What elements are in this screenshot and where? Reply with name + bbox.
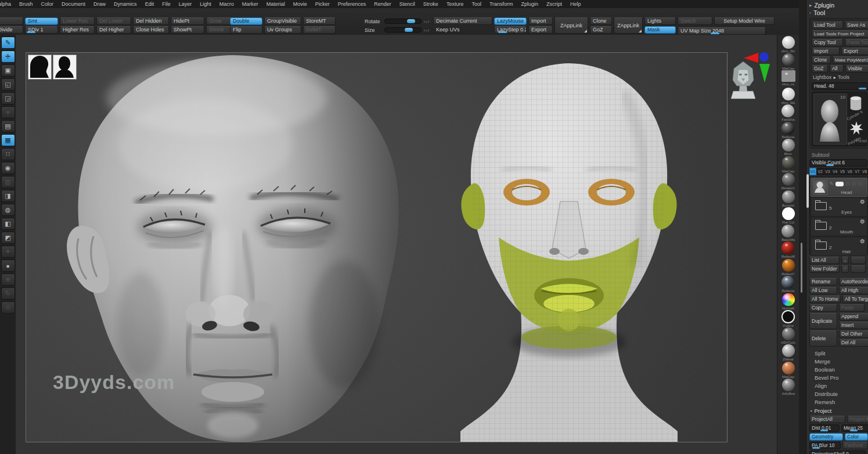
visibility-tab[interactable]: V6 (847, 168, 853, 175)
project-section-header[interactable]: ▪ Project (809, 407, 868, 415)
higher-res-button[interactable]: Higher Res (60, 26, 95, 34)
menu-item[interactable]: Edit (141, 1, 159, 7)
color-toggle-button[interactable]: Color (845, 433, 868, 441)
insert-button[interactable]: Insert (839, 322, 868, 329)
del-all-button[interactable]: Del All (839, 339, 868, 347)
zplugin-palette-header[interactable]: ▸ Zplugin (809, 1, 868, 9)
material-swatch[interactable]: NormalI (782, 293, 795, 311)
tool-name-slider[interactable]: Head. 48 (812, 82, 868, 90)
menu-item[interactable]: File (158, 1, 175, 7)
menu-item[interactable]: Light (196, 1, 215, 7)
rotate-axis-toggles[interactable]: xyz (424, 20, 430, 23)
geometry-toggle-button[interactable]: Geometry (809, 433, 843, 441)
visible-count-slider[interactable]: Visible Count 6 (809, 159, 867, 167)
goz-button[interactable]: GoZ (590, 26, 612, 34)
flip-button[interactable]: Flip (230, 26, 262, 34)
texture-thumbnail-profile[interactable] (28, 55, 52, 80)
export-button[interactable]: Export (528, 26, 553, 34)
load-tools-from-project-button[interactable]: Load Tools From Project (812, 30, 868, 38)
del-lower-button[interactable]: Del Lower (96, 17, 131, 25)
size-slider[interactable] (384, 27, 422, 33)
current-tool-thumbnail[interactable]: 10 Head (813, 93, 847, 145)
transpose-icon[interactable]: ⊕ (1, 273, 15, 286)
grid-icon[interactable]: ▤ (1, 120, 15, 132)
polymesh-star-thumbnail[interactable] (848, 120, 865, 139)
zoom-doc-icon[interactable]: ◲ (1, 92, 15, 105)
visibility-tab[interactable]: V5 (839, 168, 846, 175)
visible-button[interactable]: Visible (845, 65, 868, 73)
lower-res-button[interactable]: Lower Res (60, 17, 95, 25)
pen-icon[interactable]: ✎ (830, 181, 834, 186)
decimate-current-button[interactable]: Decimate Current (433, 17, 492, 25)
visibility-tab[interactable]: V8 (861, 168, 868, 175)
load-tool-button[interactable]: Load Tool (812, 21, 843, 29)
mask-toggle[interactable] (852, 182, 856, 186)
redo-folder-button[interactable]: ↱ (841, 265, 849, 273)
material-swatch[interactable]: HSVColo (781, 327, 795, 345)
double-button[interactable]: Double (230, 17, 262, 25)
uv-map-size-slider[interactable]: UV Map Size 2048 (678, 27, 766, 35)
farthest-button[interactable]: Farthest (842, 442, 868, 449)
clone-tool-button[interactable]: Clone (812, 56, 831, 64)
mask-button[interactable]: Mask (644, 26, 676, 34)
menu-item[interactable]: Movie (289, 1, 311, 7)
menu-item[interactable]: Stencil (395, 1, 419, 7)
showpt-button[interactable]: ShowPt (171, 26, 204, 34)
menu-item[interactable]: Zplugin (517, 1, 543, 7)
setup-model-wire-button[interactable]: Setup Model Wire (714, 17, 775, 25)
material-swatch[interactable]: Reflecte (781, 276, 794, 293)
menu-item[interactable]: Macro (215, 1, 238, 7)
material-swatch[interactable]: Outline (781, 310, 795, 327)
material-swatch[interactable]: JellyBea (781, 379, 795, 396)
clone-button[interactable]: Clone (590, 17, 612, 25)
lights-button[interactable]: Lights (644, 17, 676, 25)
copy-tool-button[interactable]: Copy Tool (812, 39, 843, 46)
menu-item[interactable]: Dynamics (110, 1, 141, 7)
material-swatch[interactable]: zbro_Ski (781, 88, 795, 105)
subpalette-section-header[interactable]: Bevel Pro (809, 373, 868, 381)
menu-item[interactable]: Picker (311, 1, 334, 7)
material-swatch[interactable]: zbro_Ski (781, 36, 795, 53)
points-icon[interactable]: ∷ (1, 148, 15, 160)
eye-visibility-toggle[interactable] (835, 182, 844, 186)
hidept-button[interactable]: HidePt (171, 17, 204, 25)
all-low-button[interactable]: All Low (809, 287, 837, 294)
del-hidden-button[interactable]: Del Hidden (133, 17, 169, 25)
alpha-icon[interactable]: ◩ (1, 232, 15, 244)
divide-button[interactable]: Divide (0, 26, 23, 34)
star3d-thumbnail[interactable] (867, 97, 867, 114)
dist-slider[interactable]: Dist 0.01 (809, 424, 840, 432)
goz-tool-button[interactable]: GoZ (812, 65, 828, 73)
material-swatch[interactable]: Blinn (782, 139, 795, 156)
clipped-button[interactable] (851, 257, 866, 264)
grow-button[interactable]: Grow (206, 17, 233, 25)
subpalette-section-header[interactable]: Align (809, 381, 868, 390)
import-tool-button[interactable]: Import (812, 48, 840, 55)
pa-blur-slider[interactable]: PA Blur 10 (809, 442, 841, 449)
visibility-tab[interactable]: V2 (817, 168, 824, 175)
rotate-slider[interactable] (384, 19, 422, 24)
menu-item[interactable]: Marker (238, 1, 262, 7)
uv-groups-button[interactable]: Uv Groups (264, 26, 301, 34)
menu-item[interactable]: Tool (467, 1, 485, 7)
paint-toggle[interactable] (845, 182, 850, 186)
subtool-folder-row[interactable]: 2 ⚙ Hair (811, 237, 867, 256)
delete-button[interactable]: Delete (809, 330, 837, 347)
storemt-button[interactable]: StoreMT (303, 17, 336, 25)
doc-frame-icon[interactable]: ▣ (1, 64, 15, 77)
lightbox-tools-row[interactable]: Lightbox ► Tools (812, 74, 867, 81)
wire-toggle[interactable] (858, 182, 863, 186)
material-ball-icon[interactable]: ◍ (1, 204, 15, 216)
material-scrollbar[interactable] (801, 243, 802, 293)
menu-item[interactable]: Draw (89, 1, 110, 7)
sync-icon[interactable]: ⊙ (1, 301, 15, 314)
subtool-folder-row[interactable]: 2 ⚙ Mouth (811, 217, 867, 236)
tool-palette-header[interactable]: ‹ Tool (809, 9, 868, 16)
material-swatch[interactable]: MatCap (782, 156, 795, 174)
actual-size-icon[interactable]: ∗ (1, 106, 15, 118)
texture-icon[interactable]: ◧ (1, 218, 15, 230)
document-canvas[interactable]: 3Dyyds.com (26, 52, 727, 442)
material-swatch[interactable]: MatCap (782, 53, 795, 71)
axis-gizmo[interactable] (743, 49, 780, 85)
autoreorder-button[interactable]: AutoReorder (839, 278, 868, 286)
